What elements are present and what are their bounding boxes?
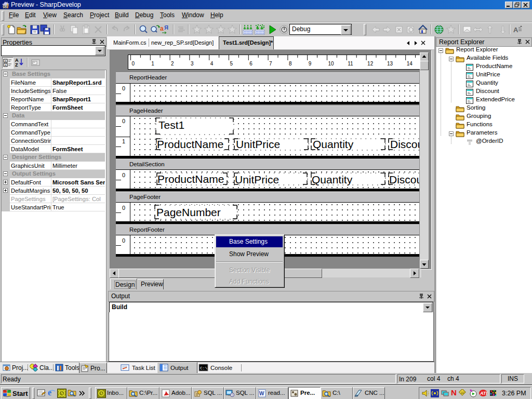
- svg-text:12: 12: [367, 61, 374, 66]
- svg-text:e: e: [48, 388, 51, 397]
- svg-text:R: R: [164, 24, 168, 31]
- svg-text:ATI: ATI: [480, 391, 487, 396]
- svg-text:11: 11: [348, 61, 353, 66]
- svg-text:a: a: [160, 25, 164, 32]
- svg-text:10: 10: [328, 61, 335, 66]
- svg-text:0: 0: [132, 61, 135, 66]
- svg-text:6: 6: [249, 61, 252, 66]
- svg-text:W: W: [259, 391, 264, 396]
- svg-text:Z: Z: [15, 62, 18, 68]
- svg-text:1: 1: [151, 61, 154, 66]
- svg-text:C:\: C:\: [200, 366, 208, 370]
- svg-text:4: 4: [210, 61, 214, 66]
- svg-text:A: A: [513, 26, 518, 34]
- svg-text:14: 14: [407, 61, 413, 66]
- svg-text:8: 8: [289, 61, 292, 66]
- svg-text:+: +: [4, 63, 7, 68]
- svg-text:3: 3: [191, 61, 194, 66]
- svg-text:13: 13: [387, 61, 393, 66]
- svg-text:5: 5: [230, 61, 233, 66]
- svg-text:9: 9: [309, 61, 312, 66]
- svg-text:2: 2: [171, 61, 174, 66]
- svg-text:7: 7: [269, 61, 272, 66]
